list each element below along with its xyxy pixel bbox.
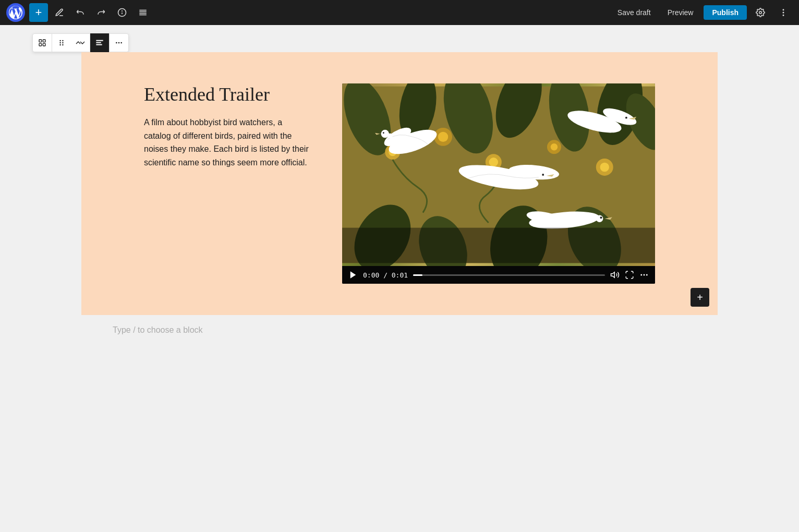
block-drag-group bbox=[52, 33, 90, 52]
svg-point-72 bbox=[646, 274, 648, 276]
svg-rect-14 bbox=[39, 43, 42, 46]
transform-block-button[interactable] bbox=[33, 33, 52, 52]
video-thumbnail bbox=[342, 83, 655, 266]
svg-point-10 bbox=[783, 12, 784, 13]
video-more-options-button[interactable] bbox=[639, 270, 649, 280]
alignment-button[interactable] bbox=[90, 33, 109, 52]
svg-point-54 bbox=[383, 132, 384, 134]
svg-point-43 bbox=[438, 132, 448, 142]
block-toolbar bbox=[32, 33, 129, 52]
content-wrapper: Extended Trailer A film about hobbyist b… bbox=[81, 52, 718, 315]
more-options-button[interactable] bbox=[774, 3, 793, 22]
svg-rect-22 bbox=[96, 40, 103, 41]
svg-point-16 bbox=[59, 40, 60, 41]
toolbar-right: Save draft Preview Publish bbox=[611, 3, 793, 22]
block-alignment-group bbox=[90, 33, 110, 52]
svg-point-21 bbox=[62, 44, 63, 45]
list-view-button[interactable] bbox=[134, 3, 152, 22]
toolbar-left: + bbox=[6, 3, 609, 22]
svg-point-25 bbox=[116, 42, 117, 44]
svg-point-71 bbox=[644, 274, 645, 276]
video-controls: 0:00 / 0:01 bbox=[342, 266, 655, 284]
fullscreen-button[interactable] bbox=[625, 270, 634, 280]
details-button[interactable] bbox=[113, 3, 131, 22]
play-button[interactable] bbox=[348, 270, 358, 280]
progress-bar[interactable] bbox=[413, 274, 605, 276]
svg-point-53 bbox=[381, 130, 389, 138]
svg-point-45 bbox=[489, 158, 498, 166]
progress-fill bbox=[413, 274, 422, 276]
move-block-button[interactable] bbox=[71, 33, 90, 52]
svg-point-8 bbox=[759, 11, 762, 14]
svg-point-20 bbox=[59, 44, 60, 45]
svg-point-49 bbox=[600, 163, 609, 172]
media-text-block: Extended Trailer A film about hobbyist b… bbox=[81, 52, 718, 315]
svg-rect-15 bbox=[43, 43, 45, 46]
svg-point-27 bbox=[120, 42, 122, 44]
block-more-group bbox=[110, 33, 128, 52]
volume-button[interactable] bbox=[610, 270, 620, 280]
editor-area: Extended Trailer A film about hobbyist b… bbox=[0, 25, 799, 532]
svg-point-62 bbox=[600, 216, 602, 219]
block-more-options-button[interactable] bbox=[110, 33, 128, 52]
add-block-button[interactable]: + bbox=[29, 3, 48, 22]
time-display: 0:00 / 0:01 bbox=[363, 271, 408, 279]
svg-point-61 bbox=[596, 215, 603, 222]
save-draft-button[interactable]: Save draft bbox=[611, 5, 657, 20]
tools-button[interactable] bbox=[50, 3, 69, 22]
redo-button[interactable] bbox=[92, 3, 111, 22]
block-description[interactable]: A film about hobbyist bird watchers, a c… bbox=[144, 116, 311, 169]
svg-point-58 bbox=[542, 174, 544, 176]
svg-rect-12 bbox=[39, 40, 42, 42]
video-column: 0:00 / 0:01 bbox=[342, 83, 655, 284]
svg-rect-24 bbox=[96, 44, 102, 45]
svg-rect-23 bbox=[96, 42, 101, 43]
drag-block-button[interactable] bbox=[52, 33, 71, 52]
wp-logo[interactable] bbox=[6, 3, 25, 22]
svg-point-17 bbox=[62, 40, 63, 41]
svg-point-9 bbox=[783, 9, 784, 10]
video-container: 0:00 / 0:01 bbox=[342, 83, 655, 284]
svg-rect-13 bbox=[43, 40, 45, 42]
block-transform-group bbox=[33, 33, 52, 52]
svg-point-66 bbox=[625, 117, 627, 119]
text-column: Extended Trailer A film about hobbyist b… bbox=[144, 83, 311, 169]
add-block-bottom-button[interactable]: + bbox=[691, 288, 709, 307]
publish-button[interactable]: Publish bbox=[704, 5, 747, 20]
svg-point-19 bbox=[62, 42, 63, 43]
type-hint[interactable]: Type / to choose a block bbox=[81, 325, 718, 335]
block-title[interactable]: Extended Trailer bbox=[144, 83, 311, 105]
svg-point-18 bbox=[59, 42, 60, 43]
svg-point-26 bbox=[118, 42, 120, 44]
undo-button[interactable] bbox=[71, 3, 90, 22]
svg-point-70 bbox=[640, 274, 642, 276]
preview-button[interactable]: Preview bbox=[661, 5, 700, 20]
svg-marker-68 bbox=[350, 271, 356, 279]
svg-marker-69 bbox=[611, 272, 615, 278]
svg-point-11 bbox=[783, 15, 784, 16]
svg-rect-67 bbox=[342, 228, 655, 263]
settings-button[interactable] bbox=[751, 3, 770, 22]
editor-toolbar: + bbox=[0, 0, 799, 25]
svg-point-47 bbox=[551, 143, 558, 151]
